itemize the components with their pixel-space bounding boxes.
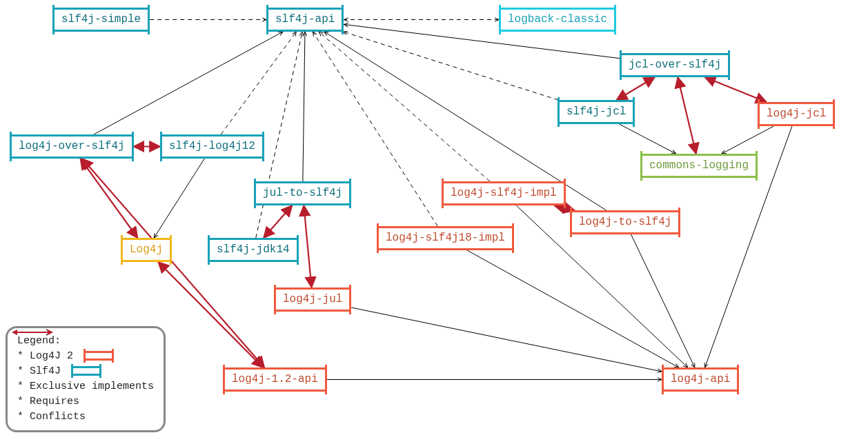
edge-jul_to_slf4j-slf4j_api xyxy=(303,32,305,181)
edge-log4j_jcl-commons_logging xyxy=(722,126,773,154)
node-slf4j-simple: slf4j-simple xyxy=(52,8,150,32)
edge-slf4j_log4j12-log4j1 xyxy=(154,159,204,238)
node-logback-classic: logback-classic xyxy=(499,8,616,32)
edge-slf4j_log4j12-slf4j_api xyxy=(221,32,296,134)
node-log4j-over-slf4j: log4j-over-slf4j xyxy=(10,134,134,159)
node-log4j-12-api: log4j-1.2-api xyxy=(223,367,327,392)
edge-log4j_to_slf4j-log4j_api xyxy=(631,234,695,367)
edge-log4j_over_slf4j-slf4j_api xyxy=(94,32,283,134)
edge-slf4j_jcl-slf4j_api xyxy=(343,32,558,100)
node-log4j-jcl: log4j-jcl xyxy=(758,102,835,126)
edge-log4j_jul-log4j_api xyxy=(351,307,662,372)
edge-log4j_slf4j_impl-slf4j_api xyxy=(319,32,490,181)
node-log4j-jul: log4j-jul xyxy=(274,287,351,312)
node-slf4j-log4j12: slf4j-log4j12 xyxy=(160,134,264,159)
edge-jcl_over_slf4j-commons_logging xyxy=(678,77,696,154)
edge-jul_to_slf4j-log4j_jul xyxy=(304,205,311,287)
legend-box: Legend:* Log4J 2 * Slf4J * Exclusive imp… xyxy=(6,326,166,432)
edge-jul_to_slf4j-slf4j_jdk14 xyxy=(264,205,292,238)
node-log4j-api: log4j-api xyxy=(662,367,739,392)
node-slf4j-jdk14: slf4j-jdk14 xyxy=(208,238,299,262)
node-log4j-slf4j18: log4j-slf4j18-impl xyxy=(377,226,514,250)
node-slf4j-api: slf4j-api xyxy=(266,8,344,32)
edge-log4j_12_api-log4j1 xyxy=(158,262,263,367)
edge-log4j_over_slf4j-log4j1 xyxy=(80,159,137,238)
edge-jcl_over_slf4j-slf4j_jcl xyxy=(617,77,655,100)
node-log4j-to-slf4j: log4j-to-slf4j xyxy=(570,210,680,234)
edge-slf4j_jcl-commons_logging xyxy=(620,124,676,154)
node-jul-to-slf4j: jul-to-slf4j xyxy=(254,181,351,205)
legend-item: * Slf4J xyxy=(17,364,154,379)
edge-jcl_over_slf4j-log4j_jcl xyxy=(705,77,767,102)
node-jcl-over-slf4j: jcl-over-slf4j xyxy=(620,53,730,77)
legend-item: * Log4J 2 xyxy=(17,349,154,364)
legend-item: * Exclusive implements xyxy=(17,379,154,394)
node-commons-logging: commons-logging xyxy=(640,154,758,178)
legend-item: * Requires xyxy=(17,394,154,410)
node-log4j-slf4j-impl: log4j-slf4j-impl xyxy=(442,181,566,205)
node-slf4j-jcl: slf4j-jcl xyxy=(558,100,635,124)
node-log4j1: Log4j xyxy=(121,238,172,262)
legend-item: * Conflicts xyxy=(17,410,154,425)
